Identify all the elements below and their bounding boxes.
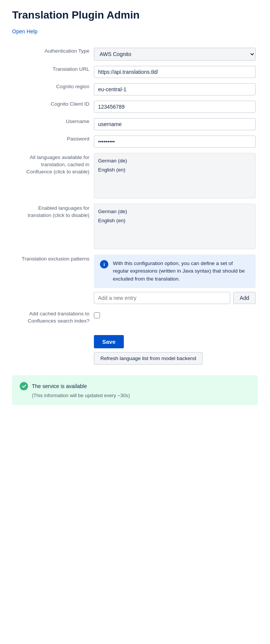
cached-cell (92, 307, 258, 327)
enabled-languages-cell: German (de) English (en) (92, 201, 258, 252)
info-icon: i (100, 260, 108, 268)
password-label: Password (12, 133, 92, 150)
cached-checkbox[interactable] (94, 312, 100, 318)
cognito-client-id-cell (92, 98, 258, 115)
refresh-button[interactable]: Refresh language list from model backend (94, 352, 203, 365)
cached-checkbox-wrapper (94, 309, 256, 318)
settings-form: Authentication Type AWS Cognito Basic Au… (12, 45, 258, 327)
username-cell (92, 115, 258, 133)
exclusion-info-box: i With this configuration option, you ca… (94, 254, 256, 288)
cognito-region-label: Cognito region (12, 81, 92, 98)
status-available-text: The service is available (32, 383, 87, 389)
enabled-languages-listbox[interactable]: German (de) English (en) (94, 204, 256, 249)
cognito-client-id-input[interactable] (94, 101, 256, 113)
password-input[interactable] (94, 136, 256, 148)
enabled-languages-label: Enabled languages for translation (click… (12, 201, 92, 252)
translation-url-cell (92, 63, 258, 81)
exclusion-cell: i With this configuration option, you ca… (92, 252, 258, 307)
enabled-languages-item-en[interactable]: English (en) (98, 216, 251, 225)
add-entry-button[interactable]: Add (233, 292, 256, 304)
username-input[interactable] (94, 118, 256, 130)
status-update-text: (This information will be updated every … (32, 393, 250, 398)
exclusion-input[interactable] (94, 292, 230, 304)
cognito-region-input[interactable] (94, 83, 256, 95)
all-languages-label: All languages available for translation,… (12, 150, 92, 201)
auth-type-select[interactable]: AWS Cognito Basic Auth API Key (94, 48, 256, 61)
all-languages-cell: German (de) English (en) (92, 150, 258, 201)
exclusion-label: Translation exclusion patterns (12, 252, 92, 307)
status-available-line: The service is available (20, 382, 250, 390)
action-area: Save Refresh language list from model ba… (94, 335, 258, 365)
all-languages-item-en[interactable]: English (en) (98, 165, 251, 175)
translation-url-label: Translation URL (12, 63, 92, 81)
status-box: The service is available (This informati… (12, 375, 258, 405)
exclusion-info-text: With this configuration option, you can … (113, 260, 250, 283)
status-available-icon (20, 382, 28, 390)
enabled-languages-item-de[interactable]: German (de) (98, 207, 251, 216)
cognito-client-id-label: Cognito Client ID (12, 98, 92, 115)
open-help-link[interactable]: Open Help (12, 28, 37, 34)
all-languages-listbox[interactable]: German (de) English (en) (94, 153, 256, 198)
exclusion-entry-row: Add (94, 292, 256, 304)
username-label: Username (12, 115, 92, 133)
translation-url-input[interactable] (94, 66, 256, 78)
save-button[interactable]: Save (94, 335, 124, 348)
cached-label: Add cached translations to Confluences s… (12, 307, 92, 327)
auth-type-label: Authentication Type (12, 45, 92, 63)
cognito-region-cell (92, 81, 258, 98)
all-languages-item-de[interactable]: German (de) (98, 156, 251, 165)
page-title: Translation Plugin Admin (12, 9, 258, 21)
password-cell (92, 133, 258, 150)
auth-type-cell: AWS Cognito Basic Auth API Key (92, 45, 258, 63)
